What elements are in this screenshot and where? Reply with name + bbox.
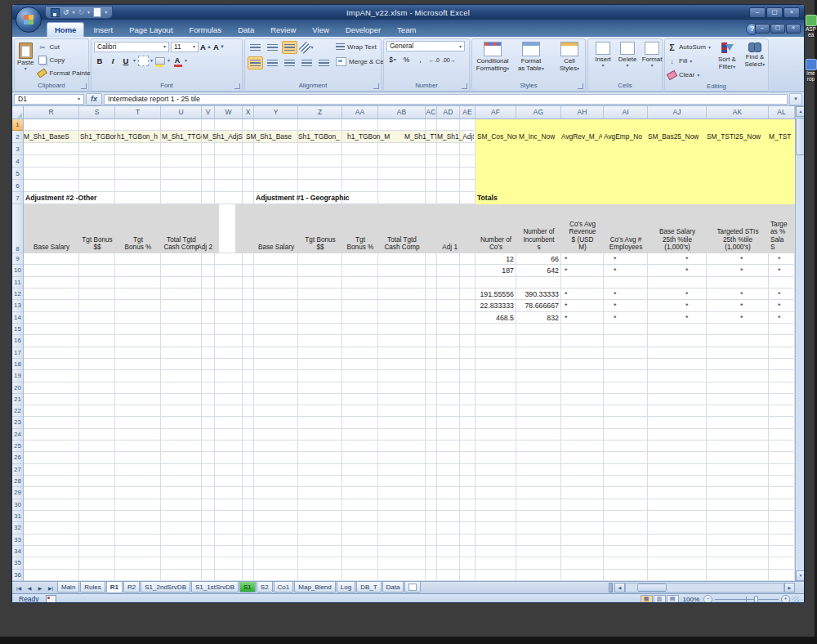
delete-cells-button[interactable]: Delete▾ bbox=[617, 41, 639, 68]
desktop-icon[interactable]: ASPea bbox=[805, 15, 817, 38]
row-header-14[interactable]: 14 bbox=[12, 312, 23, 324]
row-header-25[interactable]: 25 bbox=[12, 441, 23, 452]
sheet-tab-DB_T[interactable]: DB_T bbox=[356, 582, 381, 593]
fill-button[interactable]: ↓ Fill ▾ bbox=[667, 55, 711, 67]
sheet-tab-Main[interactable]: Main bbox=[57, 582, 79, 593]
column-header-AB[interactable]: AB bbox=[378, 106, 426, 119]
scroll-right-button[interactable]: ▶ bbox=[784, 583, 795, 593]
percent-style-button[interactable]: % bbox=[400, 54, 413, 65]
sheet-nav-last[interactable]: ▶| bbox=[46, 583, 56, 593]
column-header-Y[interactable]: Y bbox=[254, 106, 298, 119]
font-color-button[interactable]: A bbox=[172, 55, 183, 66]
align-top-button[interactable] bbox=[248, 41, 263, 54]
fill-color-button[interactable] bbox=[154, 55, 166, 66]
sheet-tab-S2[interactable]: S2 bbox=[257, 582, 273, 593]
ribbon-tab-insert[interactable]: Insert bbox=[86, 23, 120, 37]
column-header-AI[interactable]: AI bbox=[604, 106, 648, 119]
align-center-button[interactable] bbox=[265, 56, 280, 69]
ribbon-tab-view[interactable]: View bbox=[305, 23, 336, 37]
resize-grip[interactable] bbox=[792, 596, 799, 602]
row-header-1[interactable]: 1 bbox=[12, 119, 23, 131]
title-bar[interactable]: ↺▾ ↻▾ ▾ ImpAN_v22.xlsm - Microsoft Excel… bbox=[12, 5, 804, 20]
increase-indent-button[interactable] bbox=[316, 56, 332, 69]
column-header-AD[interactable]: AD bbox=[437, 106, 460, 119]
sheet-tab-Co1[interactable]: Co1 bbox=[274, 582, 294, 593]
column-header-W[interactable]: W bbox=[215, 106, 243, 119]
row-header-2[interactable]: 2 bbox=[12, 131, 23, 143]
column-header-AE[interactable]: AE bbox=[460, 106, 475, 119]
row-header-15[interactable]: 15 bbox=[12, 324, 23, 335]
paste-dropdown-icon[interactable]: ▾ bbox=[25, 66, 27, 71]
ribbon-tab-team[interactable]: Team bbox=[390, 23, 423, 37]
copy-button[interactable]: Copy bbox=[36, 54, 94, 66]
sheet-nav-first[interactable]: |◀ bbox=[14, 583, 24, 593]
column-header-AG[interactable]: AG bbox=[516, 106, 561, 119]
ribbon-tab-data[interactable]: Data bbox=[230, 23, 261, 37]
row-header-33[interactable]: 33 bbox=[12, 534, 23, 546]
row-header-8[interactable]: 8 bbox=[12, 204, 23, 253]
align-bottom-button[interactable] bbox=[282, 41, 297, 54]
align-left-button[interactable] bbox=[248, 56, 263, 69]
minimize-button[interactable]: – bbox=[749, 7, 766, 18]
sort-filter-button[interactable]: Sort &Filter▾ bbox=[713, 41, 741, 70]
column-header-S[interactable]: S bbox=[79, 106, 115, 119]
format-as-table-button[interactable]: Formatas Table▾ bbox=[513, 41, 549, 72]
sheet-nav-prev[interactable]: ◀ bbox=[25, 583, 34, 593]
increase-decimal-button[interactable]: ←.0 bbox=[428, 54, 440, 65]
scroll-up-button[interactable]: ▲ bbox=[796, 106, 805, 117]
column-header-X[interactable]: X bbox=[243, 106, 254, 119]
format-cells-button[interactable]: Format▾ bbox=[641, 41, 663, 68]
styles-dialog-launcher[interactable] bbox=[578, 83, 583, 89]
align-middle-button[interactable] bbox=[265, 41, 280, 54]
grow-font-button[interactable]: A▲ bbox=[200, 41, 212, 52]
sheet-tab-Data[interactable]: Data bbox=[382, 582, 404, 593]
column-header-AL[interactable]: AL bbox=[769, 106, 795, 119]
ribbon-tab-formulas[interactable]: Formulas bbox=[182, 23, 230, 37]
row-header-22[interactable]: 22 bbox=[12, 405, 23, 417]
cell-styles-button[interactable]: CellStyles▾ bbox=[551, 41, 587, 72]
row-header-17[interactable]: 17 bbox=[12, 347, 23, 359]
row-header-4[interactable]: 4 bbox=[12, 155, 23, 168]
row-header-16[interactable]: 16 bbox=[12, 335, 23, 347]
decrease-indent-button[interactable] bbox=[299, 56, 315, 69]
row-header-36[interactable]: 36 bbox=[12, 570, 23, 581]
formula-input[interactable]: Intermediate report 1 - 25 tile bbox=[104, 94, 788, 105]
format-painter-button[interactable]: Format Painter bbox=[36, 67, 94, 79]
font-size-select[interactable]: 11▾ bbox=[171, 42, 199, 52]
cut-button[interactable]: ✂ Cut bbox=[36, 41, 94, 53]
insert-worksheet-tab[interactable] bbox=[404, 582, 421, 593]
zoom-slider-thumb[interactable] bbox=[754, 596, 758, 603]
row-header-23[interactable]: 23 bbox=[12, 417, 23, 428]
row-header-18[interactable]: 18 bbox=[12, 359, 23, 370]
column-header-R[interactable]: R bbox=[24, 106, 79, 119]
insert-cells-button[interactable]: Insert▾ bbox=[592, 41, 614, 68]
sheet-tab-R2[interactable]: R2 bbox=[123, 582, 140, 593]
font-dialog-launcher[interactable] bbox=[234, 83, 240, 89]
zoom-out-button[interactable]: − bbox=[703, 595, 712, 604]
sheet-tab-S1[interactable]: S1 bbox=[239, 582, 256, 593]
accounting-format-button[interactable]: $▾ bbox=[386, 54, 399, 65]
find-select-button[interactable]: Find &Select▾ bbox=[741, 41, 769, 70]
formula-bar-expand-button[interactable]: ▼ bbox=[789, 93, 802, 105]
sheet-tab-S1_1stSrvDB[interactable]: S1_1stSrvDB bbox=[191, 582, 239, 593]
row-header-11[interactable]: 11 bbox=[12, 277, 23, 288]
workbook-restore-button[interactable]: ▢ bbox=[770, 24, 785, 34]
scroll-down-button[interactable]: ▼ bbox=[796, 570, 805, 581]
sheet-nav-next[interactable]: ▶ bbox=[35, 583, 45, 593]
office-button[interactable] bbox=[16, 7, 42, 33]
number-dialog-launcher[interactable] bbox=[462, 83, 467, 89]
horizontal-scrollbar[interactable] bbox=[625, 583, 784, 593]
close-button[interactable]: × bbox=[784, 7, 800, 18]
row-header-31[interactable]: 31 bbox=[12, 511, 23, 522]
column-header-AK[interactable]: AK bbox=[707, 106, 769, 119]
alignment-dialog-launcher[interactable] bbox=[373, 83, 379, 89]
ribbon-tab-page-layout[interactable]: Page Layout bbox=[122, 23, 180, 37]
paste-button[interactable]: Paste ▾ bbox=[17, 41, 33, 71]
name-box-dropdown-icon[interactable]: ▾ bbox=[78, 96, 80, 101]
column-header-V[interactable]: V bbox=[202, 106, 215, 119]
clear-button[interactable]: Clear ▾ bbox=[667, 69, 711, 81]
page-break-view-button[interactable]: ▤ bbox=[667, 595, 679, 604]
sheet-tab-Rules[interactable]: Rules bbox=[80, 582, 105, 593]
underline-button[interactable]: U bbox=[120, 55, 132, 66]
vertical-scroll-thumb[interactable] bbox=[796, 118, 805, 155]
